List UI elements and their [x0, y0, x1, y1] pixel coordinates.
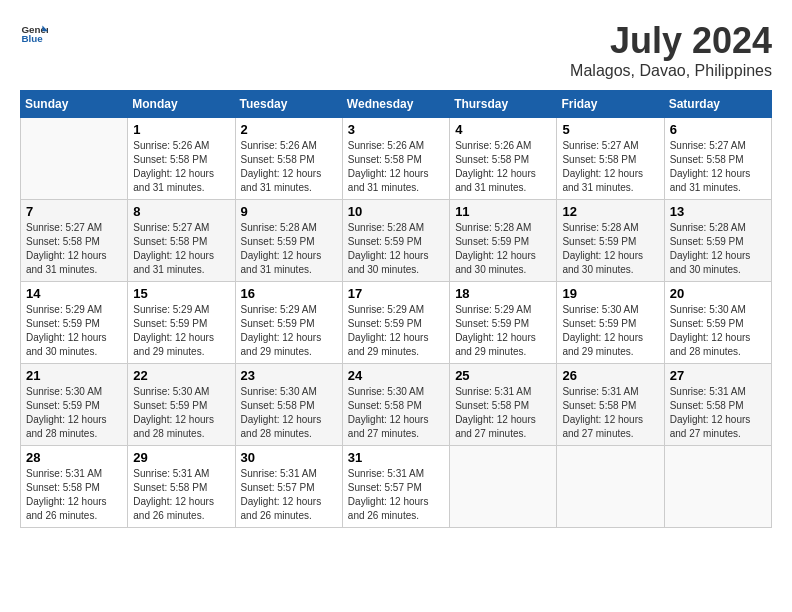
day-number: 1: [133, 122, 229, 137]
day-info: Sunrise: 5:29 AMSunset: 5:59 PMDaylight:…: [26, 303, 122, 359]
calendar-cell: 30Sunrise: 5:31 AMSunset: 5:57 PMDayligh…: [235, 446, 342, 528]
day-number: 8: [133, 204, 229, 219]
day-number: 3: [348, 122, 444, 137]
calendar-cell: 6Sunrise: 5:27 AMSunset: 5:58 PMDaylight…: [664, 118, 771, 200]
calendar-week-row: 1Sunrise: 5:26 AMSunset: 5:58 PMDaylight…: [21, 118, 772, 200]
day-number: 4: [455, 122, 551, 137]
day-info: Sunrise: 5:30 AMSunset: 5:58 PMDaylight:…: [348, 385, 444, 441]
calendar-cell: 11Sunrise: 5:28 AMSunset: 5:59 PMDayligh…: [450, 200, 557, 282]
day-number: 21: [26, 368, 122, 383]
day-info: Sunrise: 5:28 AMSunset: 5:59 PMDaylight:…: [455, 221, 551, 277]
calendar-cell: [557, 446, 664, 528]
day-number: 17: [348, 286, 444, 301]
day-info: Sunrise: 5:26 AMSunset: 5:58 PMDaylight:…: [455, 139, 551, 195]
calendar-cell: 9Sunrise: 5:28 AMSunset: 5:59 PMDaylight…: [235, 200, 342, 282]
calendar-cell: 2Sunrise: 5:26 AMSunset: 5:58 PMDaylight…: [235, 118, 342, 200]
calendar-cell: 19Sunrise: 5:30 AMSunset: 5:59 PMDayligh…: [557, 282, 664, 364]
calendar-cell: 10Sunrise: 5:28 AMSunset: 5:59 PMDayligh…: [342, 200, 449, 282]
calendar-table: SundayMondayTuesdayWednesdayThursdayFrid…: [20, 90, 772, 528]
day-number: 25: [455, 368, 551, 383]
day-info: Sunrise: 5:27 AMSunset: 5:58 PMDaylight:…: [562, 139, 658, 195]
day-number: 30: [241, 450, 337, 465]
day-number: 13: [670, 204, 766, 219]
calendar-cell: 16Sunrise: 5:29 AMSunset: 5:59 PMDayligh…: [235, 282, 342, 364]
calendar-cell: 12Sunrise: 5:28 AMSunset: 5:59 PMDayligh…: [557, 200, 664, 282]
calendar-week-row: 28Sunrise: 5:31 AMSunset: 5:58 PMDayligh…: [21, 446, 772, 528]
page-header: General Blue July 2024 Malagos, Davao, P…: [20, 20, 772, 80]
day-number: 10: [348, 204, 444, 219]
day-info: Sunrise: 5:31 AMSunset: 5:57 PMDaylight:…: [348, 467, 444, 523]
calendar-cell: 31Sunrise: 5:31 AMSunset: 5:57 PMDayligh…: [342, 446, 449, 528]
day-number: 31: [348, 450, 444, 465]
day-info: Sunrise: 5:26 AMSunset: 5:58 PMDaylight:…: [241, 139, 337, 195]
day-info: Sunrise: 5:31 AMSunset: 5:58 PMDaylight:…: [26, 467, 122, 523]
weekday-header: Thursday: [450, 91, 557, 118]
day-info: Sunrise: 5:29 AMSunset: 5:59 PMDaylight:…: [241, 303, 337, 359]
day-info: Sunrise: 5:28 AMSunset: 5:59 PMDaylight:…: [348, 221, 444, 277]
title-block: July 2024 Malagos, Davao, Philippines: [570, 20, 772, 80]
calendar-cell: 20Sunrise: 5:30 AMSunset: 5:59 PMDayligh…: [664, 282, 771, 364]
day-number: 20: [670, 286, 766, 301]
day-number: 28: [26, 450, 122, 465]
day-info: Sunrise: 5:31 AMSunset: 5:58 PMDaylight:…: [455, 385, 551, 441]
day-number: 19: [562, 286, 658, 301]
calendar-cell: 18Sunrise: 5:29 AMSunset: 5:59 PMDayligh…: [450, 282, 557, 364]
calendar-cell: [664, 446, 771, 528]
day-number: 15: [133, 286, 229, 301]
weekday-header: Wednesday: [342, 91, 449, 118]
day-info: Sunrise: 5:28 AMSunset: 5:59 PMDaylight:…: [670, 221, 766, 277]
weekday-header: Sunday: [21, 91, 128, 118]
day-info: Sunrise: 5:30 AMSunset: 5:59 PMDaylight:…: [26, 385, 122, 441]
day-number: 9: [241, 204, 337, 219]
svg-text:Blue: Blue: [21, 33, 43, 44]
day-number: 7: [26, 204, 122, 219]
day-info: Sunrise: 5:29 AMSunset: 5:59 PMDaylight:…: [348, 303, 444, 359]
day-number: 26: [562, 368, 658, 383]
calendar-week-row: 7Sunrise: 5:27 AMSunset: 5:58 PMDaylight…: [21, 200, 772, 282]
calendar-cell: 26Sunrise: 5:31 AMSunset: 5:58 PMDayligh…: [557, 364, 664, 446]
calendar-cell: 21Sunrise: 5:30 AMSunset: 5:59 PMDayligh…: [21, 364, 128, 446]
calendar-cell: 14Sunrise: 5:29 AMSunset: 5:59 PMDayligh…: [21, 282, 128, 364]
calendar-body: 1Sunrise: 5:26 AMSunset: 5:58 PMDaylight…: [21, 118, 772, 528]
day-number: 29: [133, 450, 229, 465]
calendar-cell: 5Sunrise: 5:27 AMSunset: 5:58 PMDaylight…: [557, 118, 664, 200]
calendar-cell: 24Sunrise: 5:30 AMSunset: 5:58 PMDayligh…: [342, 364, 449, 446]
calendar-cell: 27Sunrise: 5:31 AMSunset: 5:58 PMDayligh…: [664, 364, 771, 446]
day-number: 23: [241, 368, 337, 383]
page-subtitle: Malagos, Davao, Philippines: [570, 62, 772, 80]
day-info: Sunrise: 5:27 AMSunset: 5:58 PMDaylight:…: [133, 221, 229, 277]
page-title: July 2024: [570, 20, 772, 62]
weekday-header: Tuesday: [235, 91, 342, 118]
day-info: Sunrise: 5:31 AMSunset: 5:58 PMDaylight:…: [133, 467, 229, 523]
day-info: Sunrise: 5:29 AMSunset: 5:59 PMDaylight:…: [455, 303, 551, 359]
calendar-cell: 7Sunrise: 5:27 AMSunset: 5:58 PMDaylight…: [21, 200, 128, 282]
weekday-header: Friday: [557, 91, 664, 118]
day-info: Sunrise: 5:27 AMSunset: 5:58 PMDaylight:…: [670, 139, 766, 195]
calendar-week-row: 14Sunrise: 5:29 AMSunset: 5:59 PMDayligh…: [21, 282, 772, 364]
weekday-row: SundayMondayTuesdayWednesdayThursdayFrid…: [21, 91, 772, 118]
day-number: 11: [455, 204, 551, 219]
calendar-header: SundayMondayTuesdayWednesdayThursdayFrid…: [21, 91, 772, 118]
day-number: 22: [133, 368, 229, 383]
calendar-cell: 23Sunrise: 5:30 AMSunset: 5:58 PMDayligh…: [235, 364, 342, 446]
logo: General Blue: [20, 20, 48, 48]
day-info: Sunrise: 5:30 AMSunset: 5:58 PMDaylight:…: [241, 385, 337, 441]
calendar-cell: 8Sunrise: 5:27 AMSunset: 5:58 PMDaylight…: [128, 200, 235, 282]
calendar-week-row: 21Sunrise: 5:30 AMSunset: 5:59 PMDayligh…: [21, 364, 772, 446]
day-info: Sunrise: 5:31 AMSunset: 5:58 PMDaylight:…: [562, 385, 658, 441]
calendar-cell: 17Sunrise: 5:29 AMSunset: 5:59 PMDayligh…: [342, 282, 449, 364]
day-info: Sunrise: 5:27 AMSunset: 5:58 PMDaylight:…: [26, 221, 122, 277]
day-number: 12: [562, 204, 658, 219]
calendar-cell: 4Sunrise: 5:26 AMSunset: 5:58 PMDaylight…: [450, 118, 557, 200]
day-number: 16: [241, 286, 337, 301]
calendar-cell: 3Sunrise: 5:26 AMSunset: 5:58 PMDaylight…: [342, 118, 449, 200]
day-number: 18: [455, 286, 551, 301]
calendar-cell: [21, 118, 128, 200]
day-info: Sunrise: 5:31 AMSunset: 5:58 PMDaylight:…: [670, 385, 766, 441]
day-number: 14: [26, 286, 122, 301]
day-info: Sunrise: 5:30 AMSunset: 5:59 PMDaylight:…: [562, 303, 658, 359]
day-number: 24: [348, 368, 444, 383]
day-number: 27: [670, 368, 766, 383]
calendar-cell: 22Sunrise: 5:30 AMSunset: 5:59 PMDayligh…: [128, 364, 235, 446]
day-info: Sunrise: 5:30 AMSunset: 5:59 PMDaylight:…: [133, 385, 229, 441]
